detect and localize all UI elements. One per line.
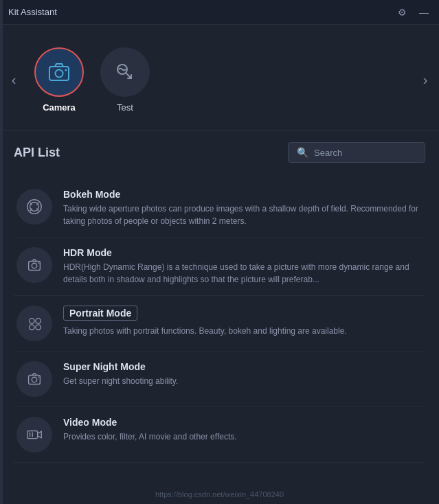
camera-label: Camera [43, 102, 76, 113]
supernight-desc: Get super night shooting ability. [63, 375, 423, 387]
svg-point-14 [36, 325, 41, 330]
test-svg-icon [113, 60, 137, 84]
category-row: ‹ Camera [0, 25, 439, 131]
search-input[interactable] [314, 148, 416, 158]
api-item-supernight[interactable]: Super Night Mode Get super night shootin… [14, 352, 425, 407]
svg-point-13 [30, 325, 34, 330]
bokeh-desc: Taking wide aperture photos can produce … [63, 203, 423, 227]
portrait-desc: Taking photos with portrait functions. B… [63, 325, 423, 337]
svg-point-2 [65, 69, 67, 71]
settings-button[interactable]: ⚙ [395, 5, 409, 19]
api-section: API List 🔍 [0, 131, 439, 179]
prev-nav-arrow[interactable]: ‹ [0, 37, 27, 122]
svg-point-1 [56, 69, 63, 77]
svg-rect-15 [29, 375, 41, 384]
category-item-test[interactable]: Test [100, 47, 150, 113]
video-svg-icon [25, 426, 43, 444]
camera-svg-icon [47, 60, 71, 84]
svg-point-11 [30, 319, 34, 323]
search-box[interactable]: 🔍 [288, 142, 425, 163]
video-icon-wrapper [16, 417, 52, 453]
minimize-button[interactable]: — [417, 5, 431, 19]
svg-rect-0 [49, 67, 69, 80]
hdr-svg-icon [25, 256, 43, 274]
svg-point-16 [32, 377, 36, 382]
bokeh-svg-icon [25, 198, 43, 216]
video-title: Video Mode [63, 417, 423, 428]
bokeh-content: Bokeh Mode Taking wide aperture photos c… [63, 189, 423, 227]
camera-icon-wrapper [34, 47, 84, 97]
svg-point-9 [32, 263, 36, 268]
app-title: Kit Assistant [8, 7, 57, 17]
api-item-bokeh[interactable]: Bokeh Mode Taking wide aperture photos c… [14, 179, 425, 238]
api-item-video[interactable]: Video Mode Provides color, filter, AI mo… [14, 407, 425, 463]
next-nav-arrow[interactable]: › [412, 37, 439, 122]
portrait-icon-wrapper [16, 306, 52, 341]
api-header: API List 🔍 [14, 142, 425, 163]
hdr-title: HDR Mode [63, 247, 423, 258]
video-desc: Provides color, filter, AI movie and oth… [63, 431, 423, 443]
video-content: Video Mode Provides color, filter, AI mo… [63, 417, 423, 443]
left-accent [0, 0, 3, 504]
test-icon-wrapper [100, 47, 150, 97]
api-list-title: API List [14, 146, 60, 160]
supernight-title: Super Night Mode [63, 361, 423, 372]
search-icon: 🔍 [297, 147, 308, 158]
title-bar: Kit Assistant ⚙ — [0, 0, 439, 25]
svg-rect-8 [29, 261, 41, 270]
hdr-content: HDR Mode HDR(High Dynamic Range) is a te… [63, 247, 423, 286]
category-items: Camera Test [27, 47, 412, 113]
supernight-content: Super Night Mode Get super night shootin… [63, 361, 423, 387]
api-list: Bokeh Mode Taking wide aperture photos c… [0, 179, 439, 504]
test-label: Test [117, 102, 133, 113]
supernight-svg-icon [25, 370, 43, 388]
svg-point-12 [36, 319, 41, 323]
api-item-portrait[interactable]: Portrait Mode Taking photos with portrai… [14, 296, 425, 352]
supernight-icon-wrapper [16, 361, 52, 397]
bokeh-title: Bokeh Mode [63, 189, 423, 200]
category-item-camera[interactable]: Camera [34, 47, 84, 113]
hdr-icon-wrapper [16, 247, 52, 283]
api-item-hdr[interactable]: HDR Mode HDR(High Dynamic Range) is a te… [14, 238, 425, 296]
portrait-title: Portrait Mode [63, 306, 137, 321]
watermark: https://blog.csdn.net/weixin_44708240 [155, 490, 284, 499]
svg-point-17 [38, 376, 40, 378]
hdr-desc: HDR(High Dynamic Range) is a technique u… [63, 261, 423, 286]
portrait-svg-icon [25, 314, 43, 332]
portrait-content: Portrait Mode Taking photos with portrai… [63, 306, 423, 337]
svg-point-10 [38, 262, 40, 264]
bokeh-icon-wrapper [16, 189, 52, 225]
title-bar-controls: ⚙ — [395, 5, 431, 19]
